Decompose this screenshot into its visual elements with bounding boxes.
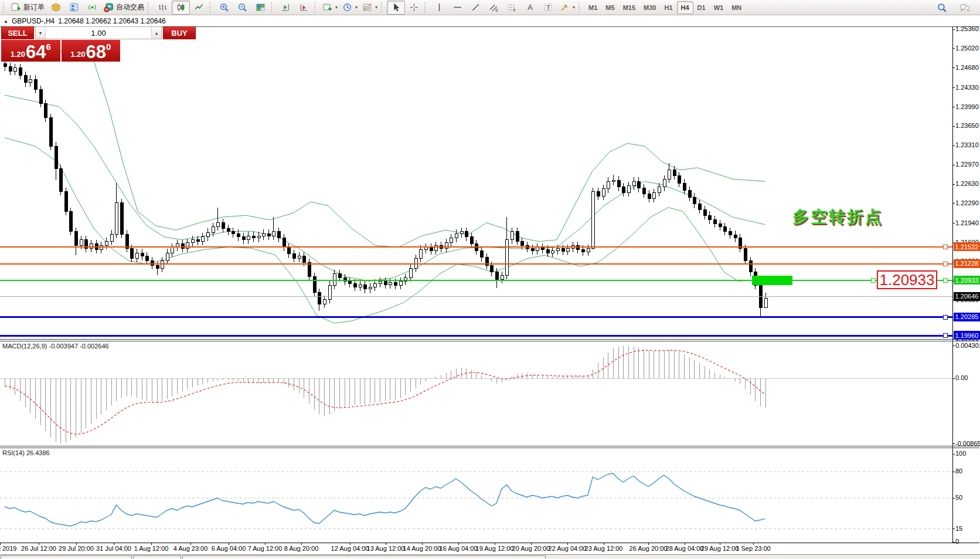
candles [4, 61, 767, 316]
dropdown-arrow-icon[interactable]: ▾ [355, 5, 358, 10]
line-handle[interactable] [943, 245, 947, 249]
svg-text:F: F [513, 8, 516, 12]
price-axis-label: 1.22630 [955, 180, 980, 187]
rsi-axis-label: 50 [955, 494, 980, 501]
fibonacci-button[interactable]: F [503, 1, 521, 15]
sell-button[interactable]: SELL [1, 26, 34, 39]
price-axis-label: 1.24680 [955, 64, 980, 71]
buy-price-sup: 0 [106, 42, 111, 52]
svg-text:E: E [495, 8, 498, 12]
candlestick-chart-button[interactable] [172, 1, 190, 15]
price-level-tag[interactable]: 1.21522 [954, 242, 980, 251]
autotrading-button-label: 自动交易 [116, 2, 144, 12]
main-toolbar: 新订单自动交易▾▾▾EFAT▾M1M5M15M30H1H4D1W1MN [0, 0, 980, 15]
price-level-tag[interactable]: 1.19960 [954, 331, 980, 340]
equidistant-channel-button[interactable]: E [485, 1, 503, 15]
volume-input[interactable] [46, 27, 151, 39]
indicator-grid [0, 379, 952, 529]
new-order-button-label: 新订单 [23, 2, 45, 12]
bar-chart-button[interactable] [154, 1, 172, 15]
text-label-button[interactable]: T [539, 1, 557, 15]
timeframe-button-mn[interactable]: MN [727, 1, 746, 14]
price-axis-label: 1.22970 [955, 161, 980, 168]
crosshair-button[interactable] [405, 1, 423, 15]
price-axis-label: 1.23990 [955, 103, 980, 110]
price-axis-label: 1.24330 [955, 84, 980, 91]
volume-increase-button[interactable]: ▲ [151, 27, 161, 39]
price-level-tag[interactable]: 1.21228 [954, 259, 980, 268]
chart-shift-button[interactable] [295, 1, 313, 15]
new-chart-button[interactable]: ▾ [320, 1, 340, 15]
collapse-triangle-icon[interactable]: ▲ [4, 19, 8, 24]
rsi-axis-label: 0 [955, 538, 980, 545]
price-axis-label: 1.23650 [955, 122, 980, 129]
one-click-trading-panel: SELL ▼ ▲ BUY 1.20 64 6 1.20 68 0 [1, 26, 120, 62]
dropdown-arrow-icon[interactable]: ▾ [573, 5, 575, 10]
periods-button[interactable]: ▾ [340, 1, 360, 15]
sell-price-quote[interactable]: 1.20 64 6 [1, 40, 60, 62]
chart-tab[interactable] [1, 555, 132, 559]
chart-tab[interactable] [133, 555, 181, 559]
chart-tab[interactable] [182, 555, 546, 559]
signals-icon-button[interactable] [83, 1, 101, 15]
timeframe-button-h4[interactable]: H4 [677, 1, 693, 14]
line-handle[interactable] [943, 315, 947, 319]
volume-spinner: ▼ ▲ [35, 26, 162, 39]
price-level-tag[interactable]: 1.20933 [954, 276, 980, 284]
profiles-icon-button[interactable] [65, 1, 83, 15]
toolbar-grip [3, 2, 6, 13]
time-axis-label: 1 Sep 23:00 [726, 545, 780, 552]
chart-ohlc-values: 1.20648 1.20662 1.20643 1.20646 [58, 17, 166, 25]
chart-title: ▲ GBPUSD-,H4 1.20648 1.20662 1.20643 1.2… [4, 17, 166, 25]
search-button[interactable] [933, 1, 951, 15]
vertical-line-button[interactable] [430, 1, 448, 15]
line-handle[interactable] [943, 262, 947, 266]
community-chat-button[interactable] [955, 1, 974, 15]
dropdown-arrow-icon[interactable]: ▾ [375, 5, 377, 10]
tile-windows-button[interactable] [251, 1, 270, 15]
trendline-button[interactable] [467, 1, 485, 15]
line-handle[interactable] [943, 279, 947, 283]
cursor-button[interactable] [387, 1, 405, 15]
buy-button[interactable]: BUY [163, 26, 196, 39]
volume-decrease-button[interactable]: ▼ [36, 27, 46, 39]
market-watch-icon-button[interactable] [47, 1, 65, 15]
templates-button[interactable]: ▾ [360, 1, 380, 15]
new-order-button[interactable]: 新订单 [9, 1, 47, 15]
autotrading-button[interactable]: 自动交易 [101, 1, 147, 15]
green-highlight-box[interactable] [752, 276, 792, 285]
timeframe-button-m1[interactable]: M1 [584, 1, 601, 14]
sell-price-sup: 6 [46, 42, 50, 52]
text-button[interactable]: A [521, 1, 539, 15]
line-chart-button[interactable] [190, 1, 208, 15]
buy-price-quote[interactable]: 1.20 68 0 [62, 40, 121, 62]
arrows-button[interactable]: ▾ [557, 1, 577, 15]
chart-tabs-bar [0, 554, 980, 559]
chart-symbol-label: GBPUSD-,H4 [12, 17, 55, 25]
horizontal-line-button[interactable] [448, 1, 467, 15]
timeframe-button-m15[interactable]: M15 [619, 1, 639, 14]
horizontal-level-lines[interactable] [0, 245, 952, 338]
rsi-indicator [5, 473, 765, 526]
rsi-axis-label: 80 [955, 467, 980, 475]
auto-scroll-button[interactable] [277, 1, 295, 15]
dropdown-arrow-icon[interactable]: ▾ [335, 5, 338, 10]
timeframe-button-h1[interactable]: H1 [660, 1, 676, 14]
timeframe-button-m5[interactable]: M5 [601, 1, 618, 14]
zoom-out-button[interactable] [233, 1, 251, 15]
toolbar-right-group [933, 1, 978, 15]
sell-price-small: 1.20 [11, 48, 25, 61]
price-level-tag[interactable]: 1.20646 [954, 292, 980, 301]
zoom-in-button[interactable] [215, 1, 233, 15]
chart-canvas[interactable] [0, 0, 980, 559]
line-handle[interactable] [871, 279, 875, 283]
line-handle[interactable] [943, 334, 947, 338]
price-level-tag[interactable]: 1.20285 [954, 313, 980, 321]
price-level-callout[interactable]: 1.20933 [877, 270, 937, 289]
timeframe-button-d1[interactable]: D1 [693, 1, 710, 14]
toolbar-grip [579, 2, 582, 13]
timeframe-button-m30[interactable]: M30 [639, 1, 660, 14]
buy-price-big: 68 [86, 44, 106, 61]
chart-frame [0, 26, 979, 545]
timeframe-button-w1[interactable]: W1 [710, 1, 728, 14]
